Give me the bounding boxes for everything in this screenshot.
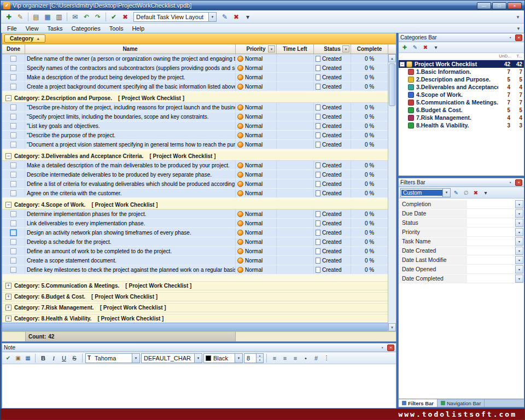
note-editor[interactable] — [2, 364, 396, 408]
menu-help[interactable]: Help — [127, 25, 149, 32]
filter-field-status[interactable]: Status▾ — [399, 218, 524, 228]
close-icon[interactable]: × — [515, 34, 522, 41]
task-row[interactable]: Specify names of the contractors and sub… — [2, 63, 388, 73]
dropdown-arrow-icon[interactable]: ▾ — [208, 13, 216, 21]
filter-dropdown-icon[interactable]: ▾ — [342, 45, 349, 52]
bullet-list-icon[interactable]: • — [301, 353, 311, 363]
category-item-6-budget-cost[interactable]: 6.Budget & Cost.55 — [399, 106, 524, 114]
minimize-button[interactable]: — — [477, 2, 491, 9]
collapse-icon[interactable]: − — [5, 95, 11, 101]
maximize-button[interactable]: □ — [492, 2, 506, 9]
print-icon[interactable]: ▥ — [54, 11, 65, 22]
task-row[interactable]: Make a detailed description of the main … — [2, 161, 388, 170]
task-row[interactable]: Develop a schedule for the project.Norma… — [2, 237, 388, 247]
group-header[interactable]: +Category: 8.Health & Viability. [ Proje… — [2, 314, 388, 323]
save-icon[interactable]: ▦ — [42, 11, 53, 22]
done-checkbox[interactable] — [10, 267, 16, 273]
layout-menu-icon[interactable]: ▾ — [242, 11, 253, 22]
pin-icon[interactable]: ▪ — [507, 179, 514, 186]
filter-dropdown-icon[interactable]: ▾ — [268, 45, 275, 52]
add-category-icon[interactable]: ✚ — [400, 43, 409, 52]
collapse-icon[interactable]: − — [5, 153, 11, 159]
column-header-name[interactable]: Name — [25, 44, 236, 54]
title-bar[interactable]: ✔ Vip organizer [C:\Users\dmitry\Desktop… — [1, 1, 524, 10]
dropdown-arrow-icon[interactable]: ▾ — [442, 189, 450, 197]
align-right-icon[interactable]: ≡ — [290, 353, 300, 363]
insert-image-icon[interactable]: ▣ — [14, 354, 22, 363]
menu-tools[interactable]: Tools — [105, 25, 128, 32]
task-row[interactable]: Define an amount of work to be completed… — [2, 247, 388, 256]
filter-field-date-created[interactable]: Date Created▾ — [399, 246, 524, 255]
category-item-5-communication-meetings[interactable]: 5.Communication & Meetings.77 — [399, 98, 524, 106]
task-row[interactable]: "Describe pre-history of the project, in… — [2, 103, 388, 112]
category-item-3-deliverables-and-acceptance[interactable]: 3.Deliverables and Acceptance44 — [399, 83, 524, 91]
column-header-complete[interactable]: Complete — [351, 44, 388, 54]
expand-icon[interactable]: + — [5, 316, 11, 322]
category-item-7-risk-management[interactable]: 7.Risk Management.44 — [399, 114, 524, 121]
close-button[interactable]: × — [508, 2, 522, 9]
font-family-combo[interactable]: T Tahoma ▾ — [85, 353, 140, 363]
delete-filter-icon[interactable]: ✖ — [471, 188, 480, 197]
done-checkbox[interactable] — [10, 190, 16, 196]
spinner-buttons[interactable]: ▴ ▾ — [256, 354, 263, 363]
filter-field-date-completed[interactable]: Date Completed▾ — [399, 274, 524, 283]
done-checkbox[interactable] — [10, 220, 16, 226]
pin-icon[interactable]: ▪ — [379, 345, 386, 351]
dropdown-arrow-icon[interactable]: ▾ — [132, 354, 139, 363]
task-row[interactable]: Create a project background document spe… — [2, 82, 388, 91]
done-checkbox[interactable] — [10, 211, 16, 217]
complete-task-icon[interactable]: ✔ — [108, 11, 119, 22]
expand-icon[interactable]: + — [5, 305, 11, 311]
spin-up-icon[interactable]: ▴ — [256, 354, 263, 358]
filter-field-due-date[interactable]: Due Date▾ — [399, 209, 524, 218]
menu-categories[interactable]: Categories — [67, 25, 105, 32]
task-row[interactable]: Make a description of the product being … — [2, 73, 388, 82]
task-row[interactable]: "List key goals and objectives.NormalCre… — [2, 121, 388, 131]
toolbar-overflow-icon[interactable]: ▾ — [514, 14, 522, 20]
new-note-icon[interactable]: ✎ — [15, 11, 26, 22]
done-checkbox[interactable] — [10, 123, 16, 129]
expand-icon[interactable]: + — [5, 283, 11, 289]
collapse-icon[interactable]: − — [5, 202, 11, 208]
expand-icon[interactable]: + — [5, 294, 11, 300]
font-color-combo[interactable]: Black ▾ — [203, 353, 243, 363]
done-checkbox[interactable] — [10, 56, 16, 62]
edit-filter-icon[interactable]: ✎ — [452, 188, 460, 197]
delete-task-icon[interactable]: ✖ — [120, 11, 131, 22]
clear-filter-icon[interactable]: ∅ — [462, 188, 470, 197]
menu-tasks[interactable]: Tasks — [43, 25, 67, 32]
category-item-project-work-checklist[interactable]: −Project Work Checklist4242 — [399, 60, 524, 68]
scrollbar-thumb[interactable] — [389, 63, 395, 106]
filter-field-dropdown-icon[interactable]: ▾ — [515, 237, 523, 246]
group-header[interactable]: −Category: 4.Scope of Work. [ Project Wo… — [2, 200, 388, 209]
filter-field-dropdown-icon[interactable]: ▾ — [515, 228, 523, 236]
menu-file[interactable]: File — [3, 25, 21, 32]
done-checkbox[interactable] — [10, 229, 17, 236]
align-center-icon[interactable]: ≡ — [280, 353, 290, 363]
category-item-1-basic-information[interactable]: 1.Basic Information.77 — [399, 68, 524, 75]
done-checkbox[interactable] — [10, 104, 16, 110]
category-item-2-description-and-purpose[interactable]: 2.Description and Purpose.55 — [399, 75, 524, 83]
spellcheck-icon[interactable]: ✔ — [4, 354, 13, 363]
scroll-down-icon[interactable]: ▼ — [388, 323, 396, 331]
column-header-done[interactable]: Done — [2, 44, 25, 54]
insert-table-icon[interactable]: ▦ — [24, 354, 32, 363]
done-checkbox[interactable] — [10, 65, 16, 71]
filter-preset-combo[interactable]: Custom ▾ — [400, 188, 451, 197]
filter-field-dropdown-icon[interactable]: ▾ — [515, 275, 523, 283]
collapse-icon[interactable]: − — [400, 62, 405, 67]
new-task-icon[interactable]: ✚ — [3, 11, 14, 22]
dropdown-arrow-icon[interactable]: ▾ — [235, 354, 242, 363]
task-row[interactable]: Define a list of criteria for evaluating… — [2, 179, 388, 189]
delete-category-icon[interactable]: ✖ — [421, 43, 430, 52]
edit-category-icon[interactable]: ✎ — [411, 43, 419, 52]
close-icon[interactable]: × — [515, 179, 522, 186]
done-checkbox[interactable] — [10, 74, 16, 80]
category-item-4-scope-of-work[interactable]: 4.Scope of Work.77 — [399, 91, 524, 98]
menu-view[interactable]: View — [21, 25, 43, 32]
filter-field-dropdown-icon[interactable]: ▾ — [515, 200, 523, 208]
done-checkbox[interactable] — [10, 239, 16, 245]
filter-field-dropdown-icon[interactable]: ▾ — [515, 256, 523, 264]
done-checkbox[interactable] — [10, 114, 16, 120]
task-row[interactable]: Design an activity network plan showing … — [2, 228, 388, 237]
